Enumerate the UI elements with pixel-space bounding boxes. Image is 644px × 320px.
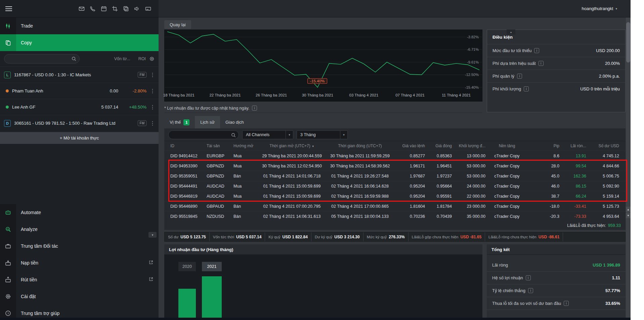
column-header[interactable]: Hướng mở bbox=[232, 144, 258, 148]
sidebar-item-analyze[interactable]: Analyze bbox=[0, 221, 159, 238]
column-header[interactable]: Giá đóng bbox=[426, 144, 453, 148]
table-cell: AUDCAD bbox=[205, 184, 232, 189]
sidebar-bottom-nav: Automate Analyze Trung tâm Đối tác Nạp t… bbox=[0, 204, 159, 320]
phone-icon[interactable] bbox=[90, 6, 96, 12]
sidebar-item-trade[interactable]: Trade bbox=[0, 17, 159, 34]
sidebar-item-label: Automate bbox=[16, 210, 159, 215]
table-row[interactable]: DID 95359051GBPNZDBán01 Tháng 4 2021 14:… bbox=[164, 171, 626, 181]
x-axis-label: 30 Tháng ba 2021 bbox=[302, 93, 333, 97]
conditions-panel: ▴ Điều kiện Mức đầu tư tối thiểuiUSD 200… bbox=[487, 30, 626, 112]
sidebar-search[interactable] bbox=[4, 54, 80, 64]
sidebar-item-copy[interactable]: Copy bbox=[0, 34, 159, 51]
column-header[interactable]: Pip bbox=[527, 144, 561, 148]
kebab-menu-icon[interactable]: ⋮ bbox=[150, 120, 155, 126]
info-icon[interactable]: i bbox=[539, 61, 544, 66]
strategy-row-lee-anh-gf[interactable]: Lee Anh GF 5 037.14 +48.50% ⋮ bbox=[0, 99, 159, 115]
table-search[interactable] bbox=[168, 130, 239, 139]
account-row-demo[interactable]: D 3065161 - USD 99 781.52 - 1:500 - Raw … bbox=[0, 115, 159, 131]
demo-account-badge: D bbox=[4, 120, 11, 127]
info-icon[interactable]: i bbox=[564, 301, 569, 306]
column-header[interactable]: Thời gian mở (UTC+7)▼ bbox=[258, 144, 326, 148]
scroll-up-arrow-icon[interactable]: ▲ bbox=[626, 207, 631, 212]
roi-chart-panel: -15.40% -3.82%-6.71%-9.61%-12.50%-15.40%… bbox=[164, 30, 482, 102]
table-cell: 35 000.00 bbox=[453, 214, 487, 219]
channels-select[interactable]: All Channels ▾ bbox=[242, 130, 293, 139]
sidebar-item-settings[interactable]: Cài đặt bbox=[0, 288, 159, 305]
table-row[interactable]: DID 95519845NZDUSDBán02 Tháng 4 2021 14:… bbox=[164, 211, 626, 221]
column-header[interactable]: Lãi ròn... bbox=[561, 144, 588, 148]
copy-pages-icon[interactable] bbox=[123, 6, 129, 12]
sort-desc-icon[interactable]: ▼ bbox=[312, 145, 314, 148]
column-header[interactable]: Thời gian đóng (UTC+7) bbox=[326, 144, 394, 148]
table-cell: 0.85363 bbox=[426, 154, 453, 158]
table-search-input[interactable] bbox=[173, 132, 228, 138]
sidebar-item-withdraw[interactable]: Rút tiền bbox=[0, 271, 159, 288]
back-button[interactable]: Quay lại bbox=[164, 20, 191, 29]
table-row[interactable]: DID 95446890GBPAUDBán02 Tháng 4 2021 07:… bbox=[164, 201, 626, 211]
sidebar-search-input[interactable] bbox=[8, 55, 69, 62]
mail-icon[interactable] bbox=[79, 6, 85, 12]
table-cell: 162.36 bbox=[561, 174, 588, 178]
info-icon[interactable]: i bbox=[252, 106, 257, 111]
chart-tooltip: -15.40% bbox=[307, 78, 327, 84]
strategy-row-pham-tuan-anh[interactable]: Pham Tuan Anh 0.00 -2.80% ⋮ bbox=[0, 83, 159, 99]
condition-label: Phí quản lýi bbox=[492, 74, 522, 79]
collapse-chevron-icon[interactable]: ▾ bbox=[148, 232, 157, 238]
year-tab-2021[interactable]: 2021 bbox=[202, 262, 222, 271]
column-header[interactable]: Giá vào lệnh bbox=[394, 144, 426, 148]
card-icon[interactable] bbox=[145, 6, 151, 12]
tab-positions[interactable]: Vị thế 1 bbox=[164, 116, 195, 128]
sidebar-item-label: Cài đặt bbox=[16, 294, 159, 299]
scroll-down-arrow-icon[interactable]: ▼ bbox=[626, 213, 631, 218]
status-item: Vốn tức thờiUSD 5 037.14 bbox=[210, 232, 265, 241]
info-icon[interactable]: i bbox=[524, 86, 529, 91]
column-header[interactable]: Khối lượng đ... bbox=[453, 144, 487, 148]
kebab-menu-icon[interactable]: ⋮ bbox=[150, 72, 155, 78]
info-icon[interactable]: i bbox=[534, 48, 539, 53]
tabs-row: Vị thế 1 Lịch sử Giao dịch bbox=[164, 116, 249, 128]
kebab-menu-icon[interactable]: ⋮ bbox=[150, 104, 155, 110]
crop-icon[interactable] bbox=[112, 6, 118, 12]
table-cell: Mua bbox=[232, 184, 258, 189]
username[interactable]: hoangthutrangkt bbox=[582, 6, 613, 11]
column-header[interactable]: Số dư USD bbox=[588, 144, 620, 148]
period-select[interactable]: 3 Tháng ▾ bbox=[297, 130, 348, 139]
list-settings-gear-icon[interactable] bbox=[149, 56, 155, 62]
info-icon[interactable]: i bbox=[528, 288, 533, 293]
sidebar-item-automate[interactable]: Automate bbox=[0, 204, 159, 221]
y-axis-label: -6.71% bbox=[467, 47, 479, 51]
info-icon[interactable]: i bbox=[526, 275, 531, 280]
table-row[interactable]: DID 94953390GBPNZDMua30 Tháng ba 2021 12… bbox=[164, 161, 626, 171]
scrollbar-thumb[interactable] bbox=[626, 22, 630, 63]
monthly-profit-chart: 2020 2021 bbox=[164, 255, 482, 319]
calendar-icon[interactable] bbox=[101, 6, 107, 12]
column-roi-label[interactable]: ROI bbox=[138, 56, 146, 61]
table-row[interactable]: DID 94914412EURGBPMua29 Tháng ba 2021 20… bbox=[164, 151, 626, 161]
column-equity-label[interactable]: Vốn từ... bbox=[114, 56, 130, 61]
kebab-menu-icon[interactable]: ⋮ bbox=[150, 88, 155, 94]
open-live-account-button[interactable]: + Mở tài khoản thực bbox=[0, 132, 159, 144]
table-cell: 30 Tháng ba 2021 12:02:54.950 bbox=[258, 164, 326, 168]
vertical-scrollbar[interactable]: ▲ ▼ bbox=[626, 17, 631, 319]
year-tab-2020[interactable]: 2020 bbox=[178, 262, 196, 271]
account-row-live[interactable]: L 1167867 - USD 0.00 - 1:30 - IC Markets… bbox=[0, 67, 159, 83]
column-header[interactable]: Nền tảng bbox=[487, 144, 527, 148]
hamburger-menu-icon[interactable] bbox=[5, 6, 12, 11]
roi-plot: -15.40% -3.82%-6.71%-9.61%-12.50%-15.40% bbox=[165, 30, 482, 90]
condition-value: 20.00% bbox=[605, 61, 620, 66]
sidebar-item-deposit[interactable]: Nạp tiền bbox=[0, 254, 159, 271]
column-header[interactable]: ID bbox=[169, 144, 205, 148]
info-icon[interactable]: i bbox=[517, 74, 522, 79]
panel-chevron-up-icon[interactable]: ▴ bbox=[507, 30, 515, 35]
status-label: Dư ký quỹ bbox=[315, 235, 332, 239]
table-cell: -33.41 bbox=[561, 204, 588, 209]
table-row[interactable]: DID 95446819AUDCADMua01 Tháng 4 2021 15:… bbox=[164, 191, 626, 201]
sidebar-item-partner-center[interactable]: Trung tâm Đối tác bbox=[0, 238, 159, 254]
user-caret-down-icon[interactable]: ▾ bbox=[615, 7, 617, 10]
table-row[interactable]: DID 95444491AUDCADMua01 Tháng 4 2021 15:… bbox=[164, 181, 626, 191]
tab-history[interactable]: Lịch sử bbox=[195, 116, 220, 128]
volume-icon[interactable] bbox=[134, 6, 140, 12]
column-header[interactable]: Tài sản bbox=[205, 144, 232, 148]
status-label: Ký quỹ bbox=[268, 235, 280, 239]
tab-transactions[interactable]: Giao dịch bbox=[220, 116, 249, 128]
